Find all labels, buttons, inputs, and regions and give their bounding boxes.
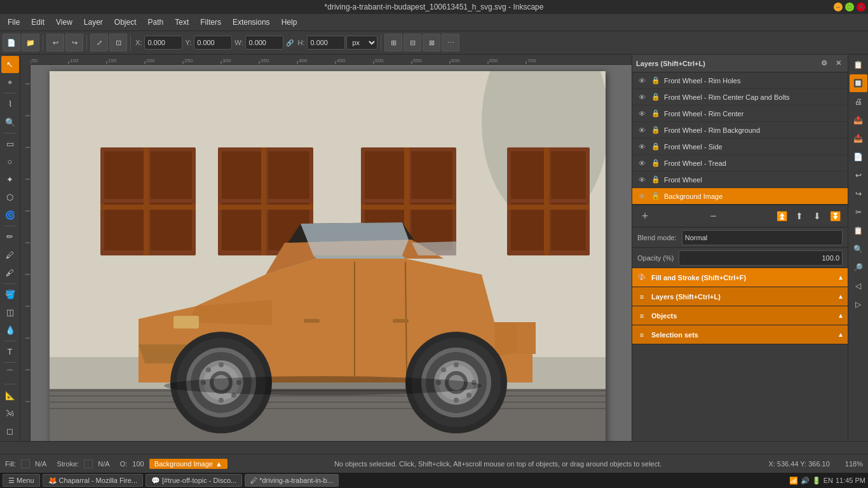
far-btn-11[interactable]: 🔍: [850, 240, 867, 258]
panel-close-icon[interactable]: ✕: [832, 58, 844, 69]
fill-stroke-panel[interactable]: 🎨 Fill and Stroke (Shift+Ctrl+F) ▲: [632, 268, 848, 287]
node-tool[interactable]: ⌖: [1, 74, 19, 91]
far-btn-2[interactable]: 🔲: [850, 74, 867, 92]
circle-tool[interactable]: ○: [1, 153, 19, 170]
layer-visibility-toggle[interactable]: 👁: [636, 92, 648, 103]
text-tool[interactable]: T: [1, 343, 19, 360]
layers-sub-panel[interactable]: ≡ Layers (Shift+Ctrl+L) ▲: [632, 287, 848, 306]
menu-view[interactable]: View: [51, 17, 78, 28]
far-btn-4[interactable]: 📤: [850, 111, 867, 129]
far-btn-3[interactable]: 🖨: [850, 93, 867, 111]
spray-tool[interactable]: 🌬: [1, 405, 19, 422]
taskbar-menu-button[interactable]: ☰ Menu: [3, 474, 40, 487]
far-btn-7[interactable]: ↩: [850, 166, 867, 184]
menu-path[interactable]: Path: [143, 17, 169, 28]
y-input[interactable]: [194, 36, 232, 50]
layer-row[interactable]: 👁 🔒 Front Wheel - Rim Center Cap and Bol…: [632, 89, 848, 105]
rect-tool[interactable]: ▭: [1, 135, 19, 152]
star-tool[interactable]: ✦: [1, 171, 19, 188]
select-tool[interactable]: ↖: [1, 56, 19, 73]
snap-btn-2[interactable]: ⊟: [403, 34, 421, 51]
layer-row[interactable]: 👁 🔒 Front Wheel - Rim Background: [632, 122, 848, 139]
connector-tool[interactable]: ⌒: [1, 365, 19, 382]
layer-row[interactable]: 👁 🔒 Background Image: [632, 188, 848, 205]
layer-visibility-toggle[interactable]: 👁: [636, 158, 648, 169]
layer-visibility-toggle[interactable]: 👁: [636, 125, 648, 136]
layer-row[interactable]: 👁 🔒 Front Wheel - Tread: [632, 155, 848, 172]
tweak-tool[interactable]: ⌇: [1, 95, 19, 112]
far-btn-9[interactable]: ✂: [850, 203, 867, 221]
objects-panel[interactable]: ≡ Objects ▲: [632, 306, 848, 325]
layer-row[interactable]: 👁 🔒 Front Wheel - Side: [632, 139, 848, 155]
zoom-page-button[interactable]: ⊡: [109, 34, 127, 51]
current-layer-indicator[interactable]: Background Image ▲: [149, 459, 227, 469]
menu-help[interactable]: Help: [276, 17, 302, 28]
far-btn-14[interactable]: ▷: [850, 295, 867, 313]
minimize-button[interactable]: ─: [834, 3, 843, 11]
layer-visibility-toggle[interactable]: 👁: [636, 191, 648, 202]
pen-tool[interactable]: ✏: [1, 228, 19, 245]
menu-layer[interactable]: Layer: [79, 17, 108, 28]
bucket-tool[interactable]: 🪣: [1, 286, 19, 303]
far-btn-12[interactable]: 🔎: [850, 259, 867, 276]
pencil-tool[interactable]: 🖊: [1, 246, 19, 263]
canvas-viewport[interactable]: [31, 65, 632, 441]
snap-btn-4[interactable]: ⋯: [442, 34, 459, 51]
panel-settings-icon[interactable]: ⚙: [818, 58, 830, 69]
menu-filters[interactable]: Filters: [195, 17, 226, 28]
taskbar-app-discord[interactable]: 💬 [#true-off-topic - Disco...: [146, 474, 242, 487]
menu-object[interactable]: Object: [109, 17, 142, 28]
maximize-button[interactable]: □: [845, 3, 854, 11]
calligraphy-tool[interactable]: 🖋: [1, 264, 19, 281]
add-layer-button[interactable]: +: [637, 208, 653, 224]
layer-row[interactable]: 👁 🔒 Front Wheel: [632, 172, 848, 188]
menu-extensions[interactable]: Extensions: [227, 17, 275, 28]
far-btn-8[interactable]: ↪: [850, 185, 867, 203]
remove-layer-button[interactable]: −: [706, 208, 721, 224]
menu-text[interactable]: Text: [170, 17, 194, 28]
eraser-tool[interactable]: ◻: [1, 423, 19, 440]
layer-row[interactable]: 👁 🔒 Front Wheel - Rim Center: [632, 105, 848, 122]
gradient-tool[interactable]: ◫: [1, 304, 19, 321]
layer-visibility-toggle[interactable]: 👁: [636, 75, 648, 86]
menu-file[interactable]: File: [3, 17, 25, 28]
snap-btn-1[interactable]: ⊞: [384, 34, 402, 51]
opacity-input[interactable]: [679, 250, 843, 266]
units-select[interactable]: pxmminpt: [346, 36, 377, 50]
move-to-bottom-button[interactable]: ⏬: [827, 208, 843, 224]
menu-edit[interactable]: Edit: [26, 17, 50, 28]
move-up-button[interactable]: ⬆: [792, 208, 807, 224]
new-button[interactable]: 📄: [3, 34, 20, 51]
layer-visibility-toggle[interactable]: 👁: [636, 108, 648, 119]
dropper-tool[interactable]: 💧: [1, 322, 19, 339]
move-to-top-button[interactable]: ⏫: [774, 208, 789, 224]
spiral-tool[interactable]: 🌀: [1, 207, 19, 224]
far-btn-1[interactable]: 📋: [850, 56, 867, 74]
h-input[interactable]: [307, 36, 345, 50]
snap-btn-3[interactable]: ⊠: [423, 34, 440, 51]
selection-sets-panel[interactable]: ≡ Selection sets ▲: [632, 325, 848, 344]
w-input[interactable]: [245, 36, 283, 50]
far-btn-5[interactable]: 📥: [850, 130, 867, 147]
zoom-tool[interactable]: 🔍: [1, 113, 19, 130]
taskbar-app-inkscape[interactable]: 🖊 *driving-a-trabant-in-b...: [245, 474, 339, 487]
taskbar-app-firefox[interactable]: 🦊 Chaparral - Mozilla Fire...: [43, 474, 143, 487]
close-button[interactable]: ✕: [857, 3, 865, 11]
stroke-swatch[interactable]: [84, 459, 93, 468]
open-button[interactable]: 📁: [22, 34, 39, 51]
far-btn-10[interactable]: 📋: [850, 222, 867, 240]
undo-button[interactable]: ↩: [46, 34, 64, 51]
lock-ratio-icon[interactable]: 🔗: [286, 39, 294, 46]
move-down-button[interactable]: ⬇: [810, 208, 825, 224]
layer-visibility-toggle[interactable]: 👁: [636, 141, 648, 152]
layer-row[interactable]: 👁 🔒 Front Wheel - Rim Holes: [632, 72, 848, 89]
fill-swatch[interactable]: [21, 459, 30, 468]
zoom-fit-button[interactable]: ⤢: [90, 34, 108, 51]
far-btn-6[interactable]: 📄: [850, 148, 867, 166]
redo-button[interactable]: ↪: [65, 34, 83, 51]
measure-tool[interactable]: 📐: [1, 386, 19, 403]
layer-visibility-toggle[interactable]: 👁: [636, 174, 648, 186]
blend-mode-select[interactable]: Normal Multiply Screen Overlay Darken Li…: [682, 230, 843, 245]
x-input[interactable]: [144, 36, 182, 50]
3d-box-tool[interactable]: ⬡: [1, 189, 19, 206]
